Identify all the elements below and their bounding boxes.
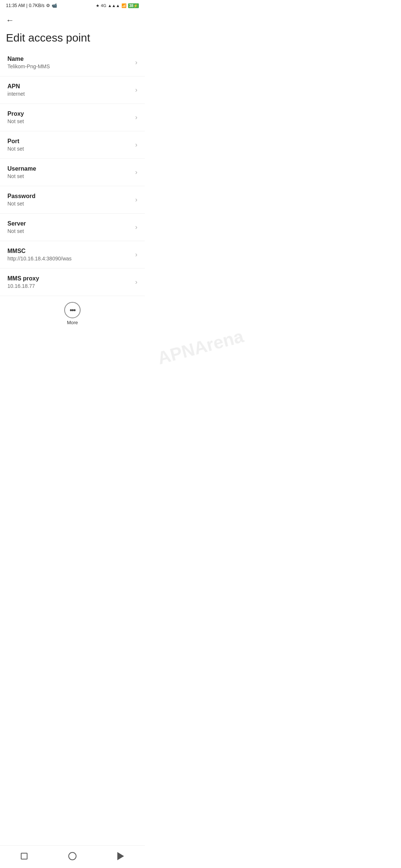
item-proxy-value: Not set <box>7 118 24 124</box>
item-password-label: Password <box>7 193 36 200</box>
item-username-text: Username Not set <box>7 165 36 179</box>
back-button[interactable]: ← <box>6 14 14 27</box>
status-bar: 11:35 AM | 0.7KB/s ⚙ 📹 ★ 4G ▲▲▲ 📶 38 ⚡ <box>0 0 145 10</box>
time-display: 11:35 AM <box>6 3 25 8</box>
item-apn-value: internet <box>7 91 25 97</box>
chevron-right-icon: › <box>135 196 137 204</box>
signal-bars-icon: ▲▲▲ <box>108 3 120 8</box>
item-apn-label: APN <box>7 83 25 90</box>
video-icon: 📹 <box>52 3 57 8</box>
item-proxy-label: Proxy <box>7 111 24 117</box>
settings-item-username[interactable]: Username Not set › <box>0 159 145 186</box>
chevron-right-icon: › <box>135 141 137 149</box>
back-arrow-icon: ← <box>6 16 14 25</box>
item-mmsc-label: MMSC <box>7 248 72 254</box>
item-mmsc-text: MMSC http://10.16.18.4:38090/was <box>7 248 72 262</box>
more-button[interactable]: ••• <box>64 302 81 318</box>
item-username-label: Username <box>7 165 36 172</box>
item-mms-proxy-label: MMS proxy <box>7 275 39 282</box>
bluetooth-icon: ★ <box>96 3 100 8</box>
settings-item-mms-proxy[interactable]: MMS proxy 10.16.18.77 › <box>0 269 145 296</box>
status-right: ★ 4G ▲▲▲ 📶 38 ⚡ <box>96 3 139 8</box>
item-proxy-text: Proxy Not set <box>7 111 24 124</box>
chevron-right-icon: › <box>135 278 137 286</box>
chevron-right-icon: › <box>135 223 137 231</box>
chevron-right-icon: › <box>135 59 137 66</box>
item-name-text: Name Telikom-Png-MMS <box>7 56 50 69</box>
battery-icon: 38 ⚡ <box>128 3 139 8</box>
settings-item-apn[interactable]: APN internet › <box>0 76 145 104</box>
chevron-right-icon: › <box>135 114 137 121</box>
settings-list: Name Telikom-Png-MMS › APN internet › Pr… <box>0 49 145 296</box>
settings-item-port[interactable]: Port Not set › <box>0 131 145 159</box>
chevron-right-icon: › <box>135 86 137 94</box>
settings-icon: ⚙ <box>46 3 50 8</box>
item-mmsc-value: http://10.16.18.4:38090/was <box>7 256 72 262</box>
network-speed: 0.7KB/s <box>29 3 45 8</box>
network-type-icon: 4G <box>101 3 107 8</box>
item-password-text: Password Not set <box>7 193 36 207</box>
status-left: 11:35 AM | 0.7KB/s ⚙ 📹 <box>6 3 57 8</box>
header: ← Edit access point <box>0 10 145 49</box>
item-server-label: Server <box>7 220 26 227</box>
item-name-label: Name <box>7 56 50 62</box>
settings-item-proxy[interactable]: Proxy Not set › <box>0 104 145 131</box>
item-port-value: Not set <box>7 146 24 152</box>
item-port-label: Port <box>7 138 24 145</box>
chevron-right-icon: › <box>135 168 137 176</box>
more-container: ••• More <box>0 296 145 330</box>
item-password-value: Not set <box>7 201 36 207</box>
item-apn-text: APN internet <box>7 83 25 97</box>
wifi-icon: 📶 <box>121 3 127 8</box>
more-label: More <box>67 320 78 325</box>
settings-item-server[interactable]: Server Not set › <box>0 214 145 241</box>
item-server-text: Server Not set <box>7 220 26 234</box>
settings-item-mmsc[interactable]: MMSC http://10.16.18.4:38090/was › <box>0 241 145 269</box>
main-content: Name Telikom-Png-MMS › APN internet › Pr… <box>0 49 145 374</box>
item-mms-proxy-text: MMS proxy 10.16.18.77 <box>7 275 39 289</box>
separator: | <box>26 3 27 8</box>
chevron-right-icon: › <box>135 251 137 259</box>
item-name-value: Telikom-Png-MMS <box>7 63 50 69</box>
page-title: Edit access point <box>6 31 139 45</box>
item-port-text: Port Not set <box>7 138 24 152</box>
item-username-value: Not set <box>7 173 36 179</box>
settings-item-password[interactable]: Password Not set › <box>0 186 145 214</box>
item-mms-proxy-value: 10.16.18.77 <box>7 283 39 289</box>
more-dots-icon: ••• <box>69 306 75 314</box>
settings-item-name[interactable]: Name Telikom-Png-MMS › <box>0 49 145 76</box>
item-server-value: Not set <box>7 228 26 234</box>
